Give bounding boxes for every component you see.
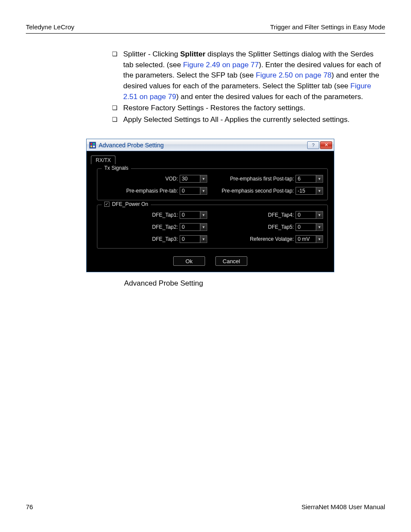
app-icon: [89, 142, 96, 149]
svg-rect-1: [90, 143, 92, 145]
bullet-restore: Restore Factory Settings - Restores the …: [112, 103, 385, 114]
cancel-button[interactable]: Cancel: [215, 256, 247, 266]
dfe-tap5-label: DFE_Tap5:: [268, 224, 294, 230]
second-post-label: Pre-emphasis second Post-tap:: [222, 188, 294, 194]
chevron-down-icon: ▼: [318, 213, 321, 217]
first-post-dropdown[interactable]: ▼: [316, 175, 323, 183]
link-fig-249[interactable]: Figure 2.49 on page 77: [183, 61, 259, 69]
dfe-tap5-input[interactable]: 0: [296, 223, 316, 231]
chevron-down-icon: ▼: [318, 237, 321, 241]
dfe-tap4-input[interactable]: 0: [296, 211, 316, 219]
bullet-splitter: Splitter - Clicking Splitter displays th…: [112, 49, 385, 102]
first-post-label: Pre-emphasis first Post-tap:: [230, 176, 294, 182]
body-text: Splitter - Clicking Splitter displays th…: [0, 34, 411, 125]
chevron-down-icon: ▼: [202, 213, 206, 217]
splitter-bold: Splitter: [180, 50, 206, 58]
dfe-tap1-label: DFE_Tap1:: [152, 212, 178, 218]
dialog-titlebar: Advanced Probe Setting ? ✕: [87, 139, 334, 151]
dfe-tap2-label: DFE_Tap2:: [152, 224, 178, 230]
chevron-down-icon: ▼: [202, 177, 206, 181]
pre-tab-label: Pre-emphasis Pre-tab:: [126, 188, 178, 194]
chevron-down-icon: ▼: [202, 189, 206, 193]
dfe-tap1-dropdown[interactable]: ▼: [200, 211, 207, 219]
dialog-title: Advanced Probe Setting: [99, 142, 164, 149]
chevron-down-icon: ▼: [318, 177, 321, 181]
dfe-tap4-dropdown[interactable]: ▼: [316, 211, 323, 219]
tab-rxtx[interactable]: RX/TX: [91, 156, 115, 164]
header-right: Trigger and Filter Settings in Easy Mode: [270, 23, 385, 31]
tx-signals-legend: Tx Signals: [102, 165, 131, 171]
chevron-down-icon: ▼: [202, 237, 206, 241]
vod-label: VOD:: [165, 176, 178, 182]
header-left: Teledyne LeCroy: [26, 23, 75, 31]
dfe-power-checkbox[interactable]: ✓: [104, 202, 109, 207]
page-number: 76: [26, 503, 33, 510]
dfe-tap2-dropdown[interactable]: ▼: [200, 223, 207, 231]
dfe-tap4-label: DFE_Tap4:: [268, 212, 294, 218]
ref-voltage-label: Reference Volatge:: [250, 236, 294, 242]
ref-voltage-input[interactable]: 0 mV: [296, 235, 316, 243]
second-post-dropdown[interactable]: ▼: [316, 187, 323, 195]
link-fig-250[interactable]: Figure 2.50 on page 78: [256, 71, 332, 79]
chevron-down-icon: ▼: [318, 225, 321, 229]
ref-voltage-dropdown[interactable]: ▼: [316, 235, 323, 243]
figure-caption: Advanced Probe Setting: [0, 279, 411, 288]
bullet-apply: Apply Selected Settings to All - Applies…: [112, 115, 385, 125]
dfe-power-legend: DFE_Power On: [112, 201, 148, 207]
pre-tab-input[interactable]: 0: [180, 187, 200, 195]
svg-rect-4: [93, 146, 95, 147]
dfe-tap5-dropdown[interactable]: ▼: [316, 223, 323, 231]
ok-button[interactable]: Ok: [173, 256, 205, 266]
chevron-down-icon: ▼: [202, 225, 206, 229]
dfe-tap2-input[interactable]: 0: [180, 223, 200, 231]
group-tx-signals: Tx Signals VOD: 30 ▼ Pre-emphasis first …: [97, 168, 328, 200]
dfe-tap3-label: DFE_Tap3:: [152, 236, 178, 242]
dfe-tap3-dropdown[interactable]: ▼: [200, 235, 207, 243]
svg-rect-2: [93, 143, 95, 145]
close-button[interactable]: ✕: [320, 141, 332, 149]
help-button[interactable]: ?: [307, 141, 319, 149]
advanced-probe-dialog: Advanced Probe Setting ? ✕ RX/TX Tx Sign…: [86, 139, 334, 272]
vod-input[interactable]: 30: [180, 175, 200, 183]
first-post-input[interactable]: 6: [296, 175, 316, 183]
dfe-tap1-input[interactable]: 0: [180, 211, 200, 219]
chevron-down-icon: ▼: [318, 189, 321, 193]
group-dfe-power: ✓ DFE_Power On DFE_Tap1: 0 ▼ DFE_Tap4:: [97, 205, 328, 249]
svg-rect-3: [90, 146, 92, 147]
manual-title: SierraNet M408 User Manual: [302, 503, 385, 510]
dfe-tap3-input[interactable]: 0: [180, 235, 200, 243]
vod-dropdown[interactable]: ▼: [200, 175, 207, 183]
second-post-input[interactable]: -15: [296, 187, 316, 195]
pre-tab-dropdown[interactable]: ▼: [200, 187, 207, 195]
